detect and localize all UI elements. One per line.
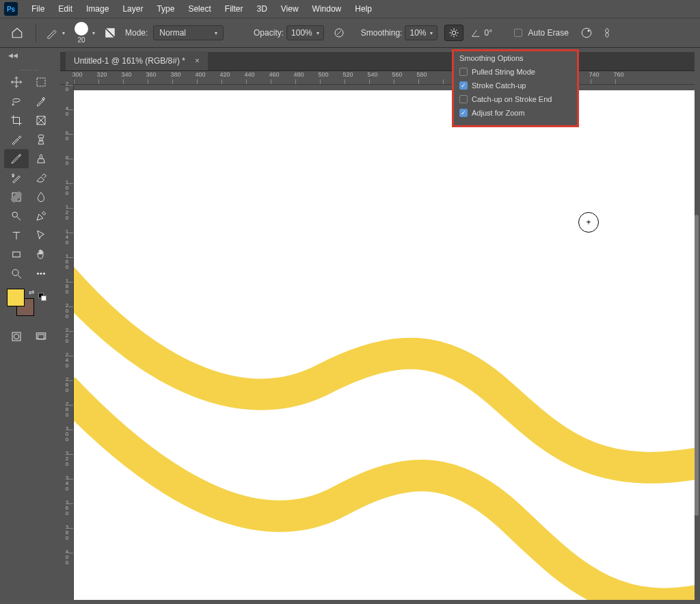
svg-point-12 bbox=[587, 30, 589, 32]
blur-tool[interactable] bbox=[29, 187, 53, 207]
close-icon[interactable]: × bbox=[195, 56, 200, 66]
canvas-viewport[interactable]: + bbox=[74, 85, 695, 600]
smoothing-option-1[interactable]: ✓Stroke Catch-up bbox=[459, 79, 571, 92]
gradient-tool[interactable] bbox=[4, 187, 29, 207]
menu-file[interactable]: File bbox=[25, 1, 51, 16]
clone-stamp-tool[interactable] bbox=[29, 149, 53, 168]
svg-point-11 bbox=[582, 28, 591, 38]
more-tools[interactable] bbox=[29, 264, 53, 283]
smoothing-options-button[interactable] bbox=[444, 25, 463, 41]
tool-preset-picker[interactable]: ▾ bbox=[43, 27, 68, 39]
marquee-tool[interactable] bbox=[29, 73, 53, 92]
screen-mode-tool[interactable] bbox=[29, 327, 53, 346]
panel-grabber-icon[interactable]: ⋯⋯⋯ bbox=[4, 67, 56, 73]
smoothing-options-popup: Smoothing Options Pulled String Mode✓Str… bbox=[452, 49, 579, 127]
zoom-tool[interactable] bbox=[4, 264, 29, 283]
document-tab[interactable]: Untitled-1 @ 161% (RGB/8#) * × bbox=[66, 51, 208, 70]
svg-point-19 bbox=[12, 270, 18, 276]
menu-window[interactable]: Window bbox=[306, 1, 349, 16]
symmetry-icon[interactable] bbox=[599, 25, 615, 41]
scrollbar-vertical[interactable] bbox=[695, 71, 699, 600]
pressure-opacity-icon[interactable] bbox=[331, 25, 347, 41]
svg-rect-13 bbox=[37, 78, 45, 86]
menu-help[interactable]: Help bbox=[348, 1, 379, 16]
svg-point-22 bbox=[43, 273, 44, 274]
foreground-color-swatch[interactable] bbox=[7, 289, 25, 306]
path-selection-tool[interactable] bbox=[29, 226, 53, 245]
history-brush-tool[interactable] bbox=[4, 168, 29, 187]
svg-rect-15 bbox=[38, 135, 44, 138]
checkbox-icon[interactable] bbox=[459, 95, 468, 103]
svg-point-17 bbox=[12, 212, 18, 218]
brush-stroke bbox=[74, 378, 695, 600]
canvas[interactable]: + bbox=[74, 90, 695, 600]
smoothing-option-0[interactable]: Pulled String Mode bbox=[459, 65, 571, 79]
menu-edit[interactable]: Edit bbox=[51, 1, 79, 16]
pencil-tool[interactable] bbox=[4, 149, 29, 168]
menu-3d[interactable]: 3D bbox=[250, 1, 273, 16]
app-logo-icon: Ps bbox=[4, 2, 18, 16]
menu-bar: Ps FileEditImageLayerTypeSelectFilter3DV… bbox=[0, 0, 700, 18]
pen-tool[interactable] bbox=[29, 207, 53, 226]
scrollbar-thumb[interactable] bbox=[695, 215, 699, 516]
menu-type[interactable]: Type bbox=[150, 1, 181, 16]
menu-view[interactable]: View bbox=[274, 1, 306, 16]
smoothing-field[interactable]: 10%▾ bbox=[405, 25, 438, 40]
frame-tool[interactable] bbox=[29, 111, 53, 130]
rectangle-tool[interactable] bbox=[4, 245, 29, 264]
option-label: Adjust for Zoom bbox=[472, 109, 525, 117]
magic-wand-tool[interactable] bbox=[29, 92, 53, 111]
swap-colors-icon[interactable]: ⇄ bbox=[29, 289, 34, 296]
lasso-tool[interactable] bbox=[4, 92, 29, 111]
home-button[interactable] bbox=[5, 23, 29, 42]
auto-erase-checkbox[interactable]: Auto Erase bbox=[511, 28, 571, 38]
brush-angle[interactable]: 0° bbox=[468, 27, 507, 38]
crop-tool[interactable] bbox=[4, 111, 29, 130]
eraser-tool[interactable] bbox=[29, 168, 53, 187]
menu-image[interactable]: Image bbox=[79, 1, 116, 16]
quick-mask-tool[interactable] bbox=[4, 327, 29, 346]
workspace: 3003203403603804004204404604805005205405… bbox=[60, 71, 695, 600]
option-label: Pulled String Mode bbox=[472, 68, 535, 76]
opacity-group: Opacity: 100%▾ bbox=[251, 25, 327, 40]
ruler-horizontal[interactable]: 3003203403603804004204404604805005205405… bbox=[74, 71, 695, 85]
brush-preset-picker[interactable]: 20 ▾ bbox=[72, 22, 98, 44]
healing-brush-tool[interactable] bbox=[29, 130, 53, 149]
smoothing-option-2[interactable]: Catch-up on Stroke End bbox=[459, 92, 571, 106]
svg-line-7 bbox=[451, 29, 453, 31]
menu-select[interactable]: Select bbox=[181, 1, 217, 16]
checkbox-icon[interactable] bbox=[459, 68, 468, 76]
collapse-handle[interactable]: ◀◀ bbox=[4, 51, 22, 60]
checkbox-icon[interactable]: ✓ bbox=[459, 109, 468, 117]
mode-dropdown[interactable]: Normal▾ bbox=[153, 25, 224, 40]
svg-point-20 bbox=[37, 273, 38, 274]
eyedropper-tool[interactable] bbox=[4, 130, 29, 149]
menu-layer[interactable]: Layer bbox=[116, 1, 150, 16]
brush-cursor-icon: + bbox=[578, 212, 599, 233]
mode-label: Mode: bbox=[125, 28, 148, 38]
tools-panel: ⋯⋯⋯ bbox=[3, 64, 57, 349]
svg-rect-18 bbox=[13, 252, 21, 257]
option-label: Stroke Catch-up bbox=[472, 81, 526, 90]
brush-settings-icon[interactable] bbox=[102, 25, 118, 41]
options-bar: ▾ 20 ▾ Mode: Normal▾ Opacity: 100%▾ Smoo… bbox=[0, 18, 700, 48]
popup-title: Smoothing Options bbox=[459, 54, 571, 62]
dodge-tool[interactable] bbox=[4, 207, 29, 226]
type-tool[interactable] bbox=[4, 226, 29, 245]
svg-rect-26 bbox=[38, 334, 44, 339]
ruler-vertical[interactable]: 2040608010012014016018020022024026028030… bbox=[60, 85, 74, 600]
move-tool[interactable] bbox=[4, 73, 29, 92]
hand-tool[interactable] bbox=[29, 245, 53, 264]
svg-point-24 bbox=[14, 334, 19, 339]
menu-filter[interactable]: Filter bbox=[218, 1, 250, 16]
checkbox-icon[interactable]: ✓ bbox=[459, 81, 468, 90]
svg-point-2 bbox=[453, 31, 456, 34]
svg-line-10 bbox=[456, 29, 457, 31]
opacity-label: Opacity: bbox=[254, 28, 284, 38]
default-colors-icon[interactable] bbox=[38, 293, 49, 304]
opacity-field[interactable]: 100%▾ bbox=[286, 25, 324, 40]
mode-group: Mode: Normal▾ bbox=[122, 25, 226, 40]
pressure-size-icon[interactable] bbox=[578, 25, 595, 41]
smoothing-label: Smoothing: bbox=[361, 28, 403, 38]
smoothing-option-3[interactable]: ✓Adjust for Zoom bbox=[459, 106, 571, 120]
